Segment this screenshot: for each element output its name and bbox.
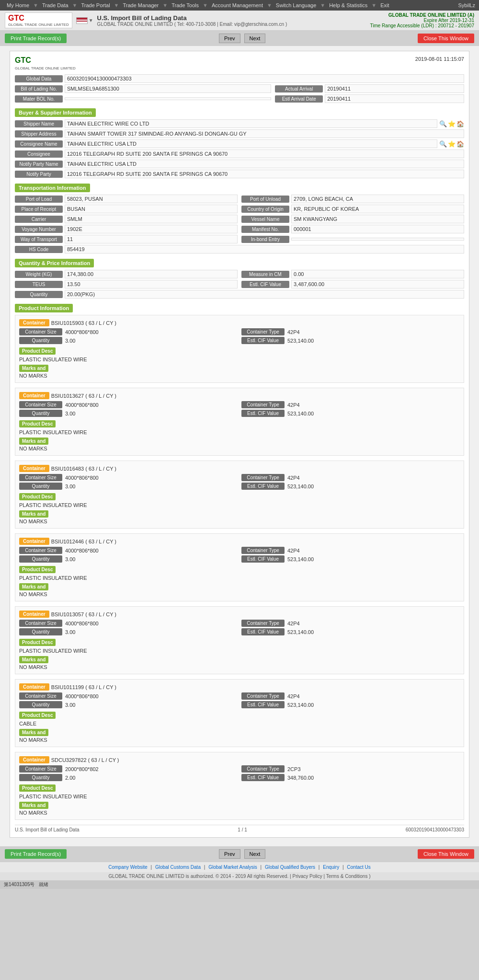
container-qty-cif-row: Quantity 2.00 Estl. CIF Value 348,760.00	[19, 774, 460, 781]
star-icon-consignee[interactable]: ⭐	[448, 140, 456, 148]
container-qty-cif-row: Quantity 3.00 Estl. CIF Value 523,140.00	[19, 701, 460, 708]
marks-header: Marks and	[19, 510, 48, 518]
home-icon-consignee[interactable]: 🏠	[456, 140, 464, 148]
weight-label: Weight (KG)	[15, 271, 63, 278]
actual-arrival-label: Actual Arrival	[275, 85, 323, 92]
nav-switch-language[interactable]: Switch Language	[273, 1, 319, 9]
voyage-number-value: 1902E	[65, 225, 238, 233]
in-bond-entry-label: In-bond Entry	[241, 236, 289, 243]
consignee-name-value: TAIHAN ELECTRIC USA LTD	[65, 139, 437, 148]
qp-row-2: TEUS 13.50 Estl. CIF Value 3,487,600.00	[15, 280, 464, 288]
container-size-type-row: Container Size 4000*806*800 Container Ty…	[19, 401, 460, 408]
prev-button-bottom[interactable]: Prev	[219, 849, 240, 859]
container-cif-value: 348,760.00	[286, 774, 460, 781]
way-of-transport-value: 11	[65, 235, 238, 243]
container-cif-item: Estl. CIF Value 523,140.00	[241, 410, 460, 417]
footer-link[interactable]: Contact Us	[347, 865, 370, 870]
container-cif-label: Estl. CIF Value	[241, 701, 285, 708]
container-badge: Container	[19, 611, 49, 618]
footer-link[interactable]: Enquiry	[323, 865, 339, 870]
status-text: 就绪	[39, 881, 48, 888]
marks-row: Marks and NO MARKS	[19, 363, 460, 379]
home-icon-shipper[interactable]: 🏠	[456, 120, 464, 127]
container-quantity-label: Quantity	[19, 555, 62, 563]
nav-exit[interactable]: Exit	[377, 1, 392, 9]
way-of-transport-item: Way of Transport 11	[15, 235, 238, 243]
footer-link[interactable]: Global Customs Data	[155, 865, 201, 870]
place-of-receipt-label: Place of Receipt	[15, 206, 63, 213]
bottom-action-bar: Print Trade Record(s) Prev Next Close Th…	[0, 846, 479, 862]
container-quantity-label: Quantity	[19, 337, 62, 344]
estl-arrival-label: Estl Arrival Date	[275, 95, 323, 103]
container-qty-cif-row: Quantity 3.00 Estl. CIF Value 523,140.00	[19, 628, 460, 635]
master-bol-row: Mater BOL No. Estl Arrival Date 20190411	[15, 94, 464, 103]
consignee-row: Consignee 12016 TELEGRAPH RD SUITE 200 S…	[15, 150, 464, 158]
container-quantity-label: Quantity	[19, 483, 62, 490]
notify-party-name-row: Notify Party Name TAIHAN ELECTRIC USA LT…	[15, 160, 464, 168]
quantity-value: 20.00(PKG)	[65, 290, 464, 299]
product-desc-header: Product Desc	[19, 712, 56, 719]
footer-link[interactable]: Company Website	[108, 865, 148, 870]
footer-link[interactable]: Global Market Analysis	[208, 865, 257, 870]
container-size-item: Container Size 4000*806*800	[19, 692, 238, 700]
record-footer-page: 1 / 1	[238, 827, 247, 832]
nav-my-home[interactable]: My Home	[4, 1, 32, 9]
prev-button-top[interactable]: Prev	[219, 34, 240, 43]
container-size-value: 4000*806*800	[64, 474, 238, 481]
marks-text: NO MARKS	[19, 446, 460, 451]
next-button-bottom[interactable]: Next	[244, 849, 266, 859]
header-left: GTC GLOBAL TRADE ONLINE LIMITED ▼ U.S. I…	[5, 12, 287, 28]
nav-trade-data[interactable]: Trade Data	[39, 1, 71, 9]
container-size-type-row: Container Size 4000*806*800 Container Ty…	[19, 547, 460, 554]
carrier-label: Carrier	[15, 216, 63, 223]
port-of-unload-label: Port of Unload	[241, 196, 289, 203]
container-type-item: Container Type 2CP3	[241, 765, 460, 772]
port-of-load-item: Port of Load 58023, PUSAN	[15, 195, 238, 203]
shipper-address-value: TAIHAN SMART TOWER 317 SIMINDAE-RO ANYAN…	[65, 129, 464, 138]
container-header-row: Container BSIU1011199 ( 63 / L / CY )	[19, 683, 460, 691]
header-time-range: Time Range Accessible (LDR) : 200712 - 2…	[370, 23, 474, 28]
status-code: 第14031305号	[4, 881, 35, 888]
container-type-value: 42P4	[286, 620, 460, 627]
nav-trade-tools[interactable]: Trade Tools	[169, 1, 202, 9]
container-quantity-value: 3.00	[64, 337, 238, 344]
next-button-top[interactable]: Next	[244, 34, 266, 43]
quantity-price-header: Quantity & Price Information	[15, 259, 94, 267]
transport-row-4: Voyage Number 1902E Manifest No. 000001	[15, 225, 464, 233]
nav-trade-manager[interactable]: Trade Manager	[120, 1, 161, 9]
container-size-item: Container Size 4000*806*800	[19, 620, 238, 627]
container-size-item: Container Size 4000*806*800	[19, 547, 238, 554]
qp-row-1: Weight (KG) 174,380.00 Measure in CM 0.0…	[15, 270, 464, 278]
nav-account-management[interactable]: Account Management	[209, 1, 266, 9]
nav-trade-portal[interactable]: Trade Portal	[78, 1, 113, 9]
transport-row-1: Port of Load 58023, PUSAN Port of Unload…	[15, 195, 464, 203]
record-box: GTC GLOBAL TRADE ONLINE LIMITED 2019-08-…	[10, 51, 469, 838]
container-quantity-value: 3.00	[64, 483, 238, 490]
search-icon-shipper[interactable]: 🔍	[439, 120, 447, 127]
container-type-value: 42P4	[286, 402, 460, 408]
top-action-bar: Print Trade Record(s) Prev Next Close Th…	[0, 31, 479, 46]
star-icon-shipper[interactable]: ⭐	[448, 120, 456, 127]
marks-row: Marks and NO MARKS	[19, 727, 460, 743]
hs-code-label: HS Code	[15, 246, 63, 253]
weight-item: Weight (KG) 174,380.00	[15, 270, 238, 278]
teus-label: TEUS	[15, 281, 63, 288]
close-button-bottom[interactable]: Close This Window	[418, 849, 474, 859]
record-timestamp: 2019-08-01 11:15:07	[415, 56, 464, 62]
vessel-name-value: SM KWANGYANG	[291, 215, 464, 223]
header-right: GLOBAL TRADE ONLINE LIMITED (A) Expire A…	[370, 12, 474, 28]
product-desc-header: Product Desc	[19, 639, 56, 646]
measure-cm-item: Measure in CM 0.00	[241, 270, 464, 278]
footer-link[interactable]: Global Qualified Buyers	[265, 865, 315, 870]
close-button-top[interactable]: Close This Window	[418, 34, 474, 43]
estl-cif-item: Estl. CIF Value 3,487,600.00	[241, 280, 464, 288]
print-button-top[interactable]: Print Trade Record(s)	[5, 34, 67, 43]
transport-row-3: Carrier SMLM Vessel Name SM KWANGYANG	[15, 215, 464, 223]
search-icon-consignee[interactable]: 🔍	[439, 140, 447, 148]
consignee-label: Consignee	[15, 150, 63, 158]
country-of-origin-value: KR, REPUBLIC OF KOREA	[291, 205, 464, 213]
product-desc-row: Product Desc PLASTIC INSULATED WIRE	[19, 346, 460, 363]
nav-help-statistics[interactable]: Help & Statistics	[326, 1, 370, 9]
container-card: Container BSIU1011199 ( 63 / L / CY ) Co…	[15, 679, 464, 747]
print-button-bottom[interactable]: Print Trade Record(s)	[5, 849, 67, 859]
